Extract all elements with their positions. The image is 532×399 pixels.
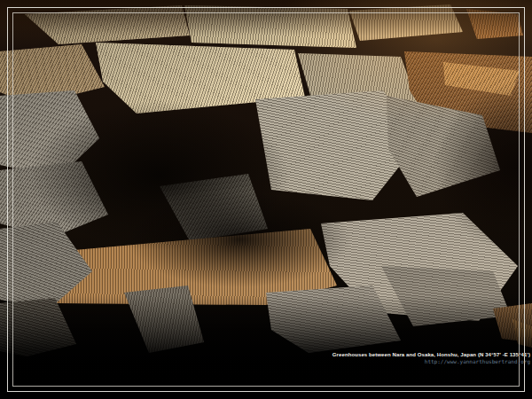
photo-caption: Greenhouses between Nara and Osaka, Hons… — [332, 352, 530, 364]
caption-text: Greenhouses between Nara and Osaka, Hons… — [332, 352, 530, 358]
credit-url: http://www.yannarthusbertrand.org — [332, 358, 530, 364]
aerial-photo-greenhouses — [0, 0, 532, 399]
photo-wallpaper: Greenhouses between Nara and Osaka, Hons… — [0, 0, 532, 399]
